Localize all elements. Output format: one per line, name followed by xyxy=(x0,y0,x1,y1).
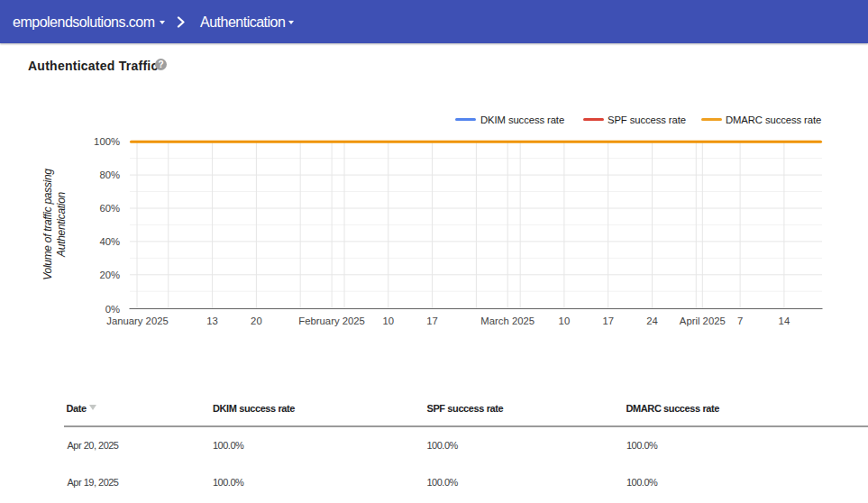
svg-text:0%: 0% xyxy=(105,304,120,315)
svg-text:Volume of traffic passing: Volume of traffic passing xyxy=(41,169,54,280)
svg-text:80%: 80% xyxy=(99,169,120,180)
svg-text:14: 14 xyxy=(779,316,790,326)
svg-text:SPF success rate: SPF success rate xyxy=(608,114,686,125)
svg-text:10: 10 xyxy=(383,316,395,326)
svg-text:DKIM success rate: DKIM success rate xyxy=(480,114,564,125)
svg-text:7: 7 xyxy=(737,316,743,326)
svg-text:20: 20 xyxy=(251,316,262,326)
svg-text:17: 17 xyxy=(426,316,438,326)
svg-text:60%: 60% xyxy=(99,203,120,214)
svg-text:Authentication: Authentication xyxy=(55,191,68,257)
svg-text:February 2025: February 2025 xyxy=(298,316,364,326)
svg-text:DMARC success rate: DMARC success rate xyxy=(726,114,821,125)
svg-text:13: 13 xyxy=(206,316,218,326)
svg-text:March 2025: March 2025 xyxy=(480,316,535,326)
svg-text:January 2025: January 2025 xyxy=(106,316,168,326)
svg-text:40%: 40% xyxy=(99,236,120,247)
svg-text:17: 17 xyxy=(602,316,614,326)
svg-text:24: 24 xyxy=(646,316,658,326)
svg-text:100%: 100% xyxy=(94,136,120,147)
svg-text:April 2025: April 2025 xyxy=(680,316,726,326)
svg-text:10: 10 xyxy=(559,316,571,326)
svg-text:20%: 20% xyxy=(99,270,120,280)
